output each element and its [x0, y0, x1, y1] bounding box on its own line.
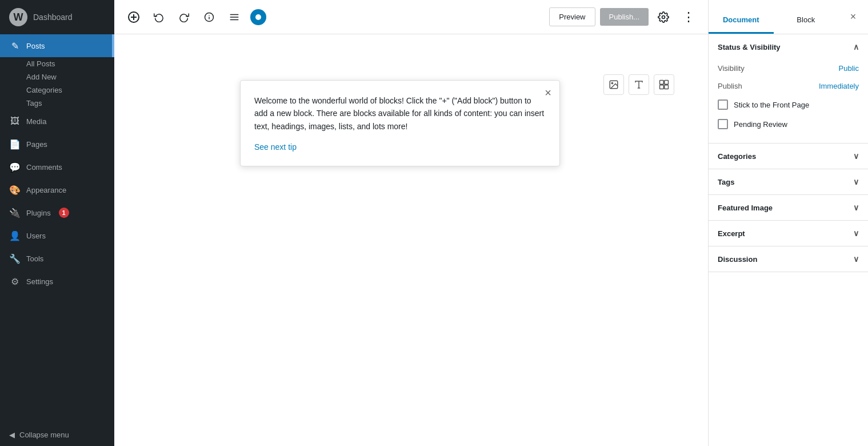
svg-rect-14 — [659, 81, 663, 85]
pending-review-row: Pending Review — [718, 114, 859, 134]
comments-icon: 💬 — [9, 161, 21, 173]
insert-text-button[interactable] — [629, 74, 649, 95]
media-icon: 🖼 — [9, 116, 21, 127]
block-indicator[interactable] — [250, 9, 266, 25]
popup-close-button[interactable]: × — [545, 86, 551, 99]
section-featured-image-label: Featured Image — [718, 204, 773, 212]
section-categories-chevron: ∨ — [853, 152, 859, 161]
sidebar-sub-categories[interactable]: Categories — [0, 83, 114, 97]
section-status-visibility: Status & Visibility ∧ Visibility Public … — [709, 34, 868, 144]
sidebar-tools-label: Tools — [26, 254, 43, 263]
list-view-button[interactable] — [224, 7, 245, 27]
pending-review-checkbox[interactable] — [718, 119, 728, 129]
pages-icon: 📄 — [9, 138, 21, 150]
section-categories-label: Categories — [718, 152, 756, 161]
toolbar-right: Preview Publish... ⋮ — [549, 7, 699, 27]
editor-tools — [603, 74, 674, 95]
tools-icon: 🔧 — [9, 253, 21, 264]
plugins-icon: 🔌 — [9, 207, 21, 218]
tab-document[interactable]: Document — [709, 7, 774, 34]
sidebar-sub-tags[interactable]: Tags — [0, 97, 114, 110]
stick-to-front-page-checkbox[interactable] — [718, 99, 728, 110]
more-options-button[interactable]: ⋮ — [678, 7, 699, 27]
redo-button[interactable] — [174, 7, 194, 27]
panel-tabs: Document Block × — [709, 0, 868, 34]
insert-image-button[interactable] — [603, 74, 624, 95]
sidebar-sub-add-new[interactable]: Add New — [0, 70, 114, 83]
wordpress-icon: W — [9, 8, 27, 26]
section-excerpt: Excerpt ∨ — [709, 221, 868, 246]
toolbar: Preview Publish... ⋮ — [114, 0, 708, 34]
section-categories: Categories ∨ — [709, 144, 868, 169]
publish-value[interactable]: Immediately — [819, 82, 859, 90]
sidebar-item-settings[interactable]: ⚙ Settings — [0, 270, 114, 293]
collapse-menu-label: Collapse menu — [19, 431, 69, 439]
sidebar-users-label: Users — [26, 232, 46, 240]
info-button[interactable] — [199, 7, 219, 27]
sidebar-item-posts[interactable]: ✎ Posts — [0, 34, 114, 57]
undo-button[interactable] — [149, 7, 169, 27]
users-icon: 👤 — [9, 230, 21, 241]
sidebar-item-appearance[interactable]: 🎨 Appearance — [0, 178, 114, 201]
welcome-popup: × Welcome to the wonderful world of bloc… — [240, 80, 560, 166]
section-status-visibility-body: Visibility Public Publish Immediately St… — [709, 59, 868, 143]
section-excerpt-header[interactable]: Excerpt ∨ — [709, 221, 868, 246]
settings-icon: ⚙ — [9, 276, 21, 287]
plugins-badge: 1 — [59, 208, 69, 218]
settings-button[interactable] — [653, 7, 674, 27]
section-tags-header[interactable]: Tags ∨ — [709, 169, 868, 194]
svg-rect-15 — [664, 81, 668, 85]
visibility-row: Visibility Public — [718, 59, 859, 77]
add-block-button[interactable] — [123, 7, 144, 27]
section-status-visibility-header[interactable]: Status & Visibility ∧ — [709, 34, 868, 59]
collapse-arrow-icon: ◀ — [9, 431, 15, 439]
visibility-value[interactable]: Public — [839, 64, 859, 73]
sidebar-sub-all-posts[interactable]: All Posts — [0, 57, 114, 70]
publish-button[interactable]: Publish... — [600, 8, 649, 26]
sidebar-plugins-label: Plugins — [26, 209, 51, 217]
section-discussion: Discussion ∨ — [709, 246, 868, 272]
sidebar-item-pages[interactable]: 📄 Pages — [0, 133, 114, 156]
collapse-menu-button[interactable]: ◀ Collapse menu — [0, 424, 114, 446]
main-editor-area: Preview Publish... ⋮ × Welcome to the wo… — [114, 0, 708, 446]
sidebar-item-tools[interactable]: 🔧 Tools — [0, 247, 114, 270]
stick-to-front-page-row: Stick to the Front Page — [718, 95, 859, 114]
see-next-tip-link[interactable]: See next tip — [254, 142, 297, 152]
svg-point-9 — [662, 15, 665, 18]
visibility-label: Visibility — [718, 64, 745, 73]
sidebar-comments-label: Comments — [26, 163, 62, 172]
sidebar-appearance-label: Appearance — [26, 186, 66, 194]
section-discussion-label: Discussion — [718, 255, 757, 264]
section-featured-image: Featured Image ∨ — [709, 195, 868, 221]
section-excerpt-label: Excerpt — [718, 229, 745, 238]
sidebar-pages-label: Pages — [26, 140, 47, 149]
panel-content: Status & Visibility ∧ Visibility Public … — [709, 34, 868, 446]
section-tags-chevron: ∨ — [853, 177, 859, 186]
dashboard-link[interactable]: Dashboard — [33, 13, 73, 22]
svg-rect-16 — [659, 85, 663, 89]
insert-gallery-button[interactable] — [654, 74, 674, 95]
editor-area[interactable]: × Welcome to the wonderful world of bloc… — [114, 34, 708, 446]
section-featured-image-header[interactable]: Featured Image ∨ — [709, 195, 868, 220]
posts-icon: ✎ — [9, 40, 21, 51]
svg-point-11 — [611, 82, 613, 83]
section-tags: Tags ∨ — [709, 169, 868, 195]
section-discussion-chevron: ∨ — [853, 254, 859, 264]
panel-close-button[interactable]: × — [843, 7, 863, 27]
pending-review-label: Pending Review — [734, 120, 787, 129]
section-featured-image-chevron: ∨ — [853, 203, 859, 212]
right-panel: Document Block × Status & Visibility ∧ V… — [708, 0, 868, 446]
sidebar-logo[interactable]: W Dashboard — [0, 0, 114, 34]
sidebar-item-plugins[interactable]: 🔌 Plugins 1 — [0, 201, 114, 224]
popup-text: Welcome to the wonderful world of blocks… — [254, 94, 546, 133]
block-indicator-inner — [255, 14, 261, 20]
section-discussion-header[interactable]: Discussion ∨ — [709, 246, 868, 272]
tab-block[interactable]: Block — [774, 7, 839, 34]
sidebar-item-users[interactable]: 👤 Users — [0, 224, 114, 247]
section-categories-header[interactable]: Categories ∨ — [709, 144, 868, 169]
sidebar-item-media[interactable]: 🖼 Media — [0, 110, 114, 133]
sidebar-item-comments[interactable]: 💬 Comments — [0, 156, 114, 178]
preview-button[interactable]: Preview — [549, 7, 595, 26]
publish-label: Publish — [718, 82, 742, 90]
sidebar: W Dashboard ✎ Posts All Posts Add New Ca… — [0, 0, 114, 446]
